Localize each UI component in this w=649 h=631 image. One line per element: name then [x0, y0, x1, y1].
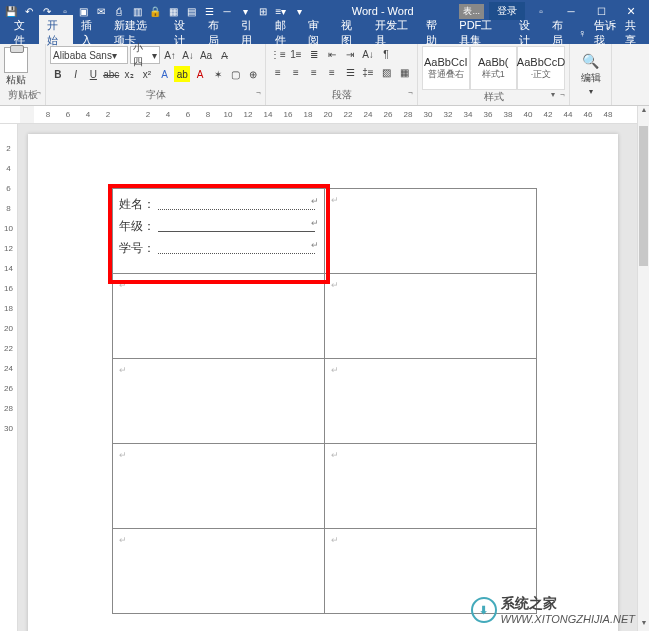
italic-button[interactable]: I [68, 66, 84, 82]
pinyin-icon[interactable]: ✶ [210, 66, 226, 82]
share-button[interactable]: 共享 [625, 18, 640, 48]
group-clipboard: 粘贴 剪贴板 [0, 44, 46, 105]
table-cell-0-1[interactable]: ↵ [325, 189, 537, 274]
table-cell-1-0[interactable]: ↵ [113, 274, 325, 359]
group-label-styles: 样式 [422, 90, 565, 105]
table-cell-4-0[interactable]: ↵ [113, 529, 325, 614]
scrollbar-thumb[interactable] [639, 126, 648, 266]
dotted-underline[interactable] [158, 198, 315, 210]
shading-icon[interactable]: ▨ [378, 64, 394, 80]
table-cell-2-1[interactable]: ↵ [325, 359, 537, 444]
bullets-icon[interactable]: ⋮≡ [270, 46, 286, 62]
dotted-underline[interactable] [158, 242, 315, 254]
indent-right-icon[interactable]: ⇥ [342, 46, 358, 62]
text-effects-icon[interactable]: A [157, 66, 173, 82]
shrink-font-icon[interactable]: A↓ [180, 47, 196, 63]
numbering-icon[interactable]: 1≡ [288, 46, 304, 62]
ribbon: 粘贴 剪贴板 Alibaba Sans▾ 小四▾ A↑ A↓ Aa A̶ B I… [0, 44, 649, 106]
ribbon-tabs: 文件 开始 插入 新建选项卡 设计 布局 引用 邮件 审阅 视图 开发工具 帮助… [0, 22, 649, 44]
group-label-clipboard: 剪贴板 [4, 88, 41, 103]
table-cell-3-1[interactable]: ↵ [325, 444, 537, 529]
table-cell-3-0[interactable]: ↵ [113, 444, 325, 529]
page[interactable]: 姓名： 年级： 学号： ↵ ↵↵ ↵↵ ↵↵ ↵↵ [28, 134, 618, 631]
field-id: 学号： [119, 237, 318, 259]
font-name-select[interactable]: Alibaba Sans▾ [50, 46, 128, 64]
scroll-up-icon[interactable]: ▲ [638, 106, 649, 118]
document-area: 24681012141618202224262830 姓名： 年级： 学号： [0, 124, 637, 631]
sort-icon[interactable]: A↓ [360, 46, 376, 62]
group-editing: 🔍 编辑 ▾ [570, 44, 612, 105]
group-label-paragraph: 段落 [270, 88, 413, 103]
solid-underline[interactable] [158, 220, 315, 232]
borders-icon[interactable]: ▦ [396, 64, 412, 80]
bold-button[interactable]: B [50, 66, 66, 82]
change-case-icon[interactable]: Aa [198, 47, 214, 63]
strike-button[interactable]: abc [103, 66, 119, 82]
watermark-logo-icon: ⬇ [471, 597, 497, 623]
font-color-icon[interactable]: A [192, 66, 208, 82]
tell-me-icon[interactable]: ♀ [578, 27, 586, 39]
border-char-icon[interactable]: ▢ [228, 66, 244, 82]
multilevel-icon[interactable]: ≣ [306, 46, 322, 62]
superscript-button[interactable]: x² [139, 66, 155, 82]
field-grade: 年级： [119, 215, 318, 237]
style-item-2[interactable]: AaBbCcD ·正文 [517, 46, 565, 90]
table-cell-0-0[interactable]: 姓名： 年级： 学号： [113, 189, 325, 274]
clear-format-icon[interactable]: A̶ [216, 47, 232, 63]
document-table[interactable]: 姓名： 年级： 学号： ↵ ↵↵ ↵↵ ↵↵ ↵↵ [112, 188, 537, 614]
group-paragraph: ⋮≡ 1≡ ≣ ⇤ ⇥ A↓ ¶ ≡ ≡ ≡ ≡ ☰ ‡≡ ▨ ▦ 段落 [266, 44, 418, 105]
editing-dropdown[interactable]: 编辑 [581, 71, 601, 85]
grow-font-icon[interactable]: A↑ [162, 47, 178, 63]
align-center-icon[interactable]: ≡ [288, 64, 304, 80]
watermark: ⬇ 系统之家 WWW.XITONGZHIJIA.NET [471, 595, 635, 625]
vertical-ruler[interactable]: 24681012141618202224262830 [0, 124, 18, 631]
vertical-scrollbar[interactable]: ▲ ▼ [637, 106, 649, 631]
find-icon[interactable]: 🔍 [582, 53, 599, 69]
underline-button[interactable]: U [85, 66, 101, 82]
chevron-down-icon[interactable]: ▾ [589, 87, 593, 96]
paste-button[interactable]: 粘贴 [4, 47, 28, 87]
table-cell-2-0[interactable]: ↵ [113, 359, 325, 444]
align-left-icon[interactable]: ≡ [270, 64, 286, 80]
subscript-button[interactable]: x₂ [121, 66, 137, 82]
justify-icon[interactable]: ≡ [324, 64, 340, 80]
group-styles: AaBbCcI 普通叠右 AaBb( 样式1 AaBbCcD ·正文 样式 [418, 44, 570, 105]
style-item-0[interactable]: AaBbCcI 普通叠右 [422, 46, 470, 90]
group-font: Alibaba Sans▾ 小四▾ A↑ A↓ Aa A̶ B I U abc … [46, 44, 266, 105]
show-marks-icon[interactable]: ¶ [378, 46, 394, 62]
field-name: 姓名： [119, 193, 318, 215]
style-item-1[interactable]: AaBb( 样式1 [470, 46, 518, 90]
group-label-font: 字体 [50, 88, 261, 103]
distribute-icon[interactable]: ☰ [342, 64, 358, 80]
scroll-down-icon[interactable]: ▼ [638, 619, 649, 631]
horizontal-ruler[interactable]: 8642246810121416182022242628303234363840… [0, 106, 649, 124]
enclose-char-icon[interactable]: ⊕ [245, 66, 261, 82]
indent-left-icon[interactable]: ⇤ [324, 46, 340, 62]
align-right-icon[interactable]: ≡ [306, 64, 322, 80]
table-cell-1-1[interactable]: ↵ [325, 274, 537, 359]
clipboard-icon [4, 47, 28, 73]
highlight-icon[interactable]: ab [174, 66, 190, 82]
line-spacing-icon[interactable]: ‡≡ [360, 64, 376, 80]
font-size-select[interactable]: 小四▾ [130, 46, 160, 64]
